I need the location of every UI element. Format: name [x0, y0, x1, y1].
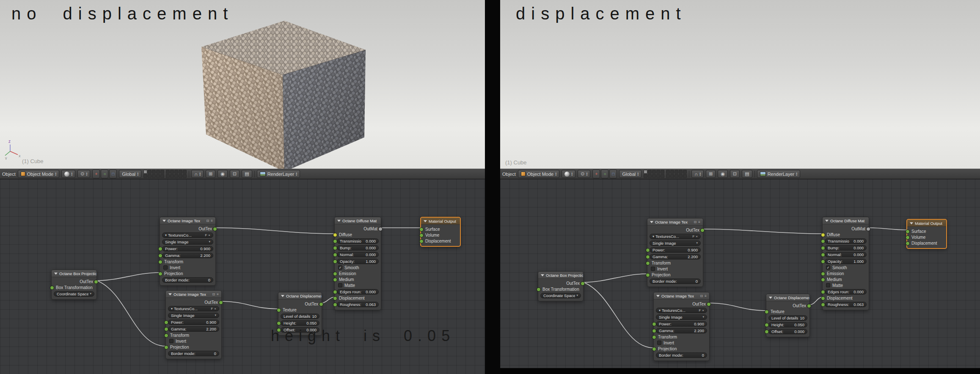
- emission-input-socket[interactable]: [821, 272, 825, 276]
- opacity-field[interactable]: Opacity: 1.000: [825, 259, 867, 264]
- layer-cell[interactable]: [661, 174, 664, 178]
- normal-field[interactable]: Normal: 0.000: [337, 252, 379, 257]
- gamma-field[interactable]: Gamma: 2.200: [656, 328, 707, 333]
- surface-input-socket[interactable]: [419, 227, 424, 232]
- node-editor[interactable]: Octane Box Projection OutTex Box Transfo…: [500, 179, 980, 368]
- projection-input-socket[interactable]: [652, 347, 656, 351]
- power-field[interactable]: Power: 0.900: [656, 321, 707, 327]
- browse-image-icon[interactable]: ▾: [165, 233, 167, 237]
- transmission-field[interactable]: Transmissio 0.000: [825, 238, 867, 244]
- transform-input-socket[interactable]: [164, 333, 168, 338]
- node-octane-image-tex-2[interactable]: Octane Image Tex ⊡ ≡ OutTex ▾ TexturesCo…: [653, 292, 710, 361]
- collapse-triangle-icon[interactable]: [168, 293, 172, 295]
- node-header[interactable]: Octane Image Tex ⊡ ≡: [160, 217, 215, 224]
- fake-user-button[interactable]: F: [205, 233, 207, 237]
- diffuse-input-socket[interactable]: [333, 233, 337, 237]
- node-header[interactable]: Octane Image Tex ⊡ ≡: [166, 291, 221, 298]
- browse-image-icon[interactable]: ▾: [659, 308, 661, 312]
- layer-cell[interactable]: [674, 174, 678, 178]
- displacement-input-socket[interactable]: [333, 296, 337, 300]
- power-field[interactable]: Power: 0.900: [168, 319, 219, 325]
- layer-cell[interactable]: [652, 174, 656, 178]
- coordinate-space-menu[interactable]: Coordinate Space0 ▾: [54, 291, 94, 297]
- image-source-menu[interactable]: Single Image ▾: [656, 314, 707, 320]
- border-mode-field[interactable]: Border mode: 0: [162, 277, 213, 283]
- diffuse-input-socket[interactable]: [821, 233, 825, 237]
- layer-cell[interactable]: [679, 170, 683, 174]
- opacity-input-socket[interactable]: [333, 259, 337, 264]
- proportional-edit-button[interactable]: ◉: [718, 170, 728, 178]
- node-header[interactable]: Octane Diffuse Mat: [335, 217, 381, 224]
- node-header[interactable]: Octane Box Projection: [52, 270, 96, 277]
- menu-object[interactable]: Object: [2, 172, 16, 177]
- viewport-3d[interactable]: no displacement: [0, 0, 485, 169]
- collapse-triangle-icon[interactable]: [54, 273, 58, 275]
- node-octane-image-tex-1[interactable]: Octane Image Tex ⊡ ≡ OutTex ▾ TexturesCo…: [160, 217, 216, 286]
- height-input-socket[interactable]: [277, 321, 281, 325]
- collapse-triangle-icon[interactable]: [825, 220, 829, 222]
- layers-block-2[interactable]: [166, 170, 187, 178]
- roughness-input-socket[interactable]: [333, 303, 337, 307]
- output-socket[interactable]: [219, 300, 223, 305]
- node-octane-diffuse-mat[interactable]: Octane Diffuse Mat OutMat Diffuse Transm…: [822, 217, 869, 310]
- layer-cell[interactable]: [166, 174, 170, 178]
- layer-cell[interactable]: [156, 174, 160, 178]
- layer-cell[interactable]: [656, 174, 660, 178]
- render-layer-selector[interactable]: RenderLayer ▴▾: [257, 170, 300, 178]
- bump-input-socket[interactable]: [333, 246, 337, 250]
- offset-input-socket[interactable]: [765, 330, 769, 334]
- invert-checkbox[interactable]: [651, 267, 655, 271]
- collapse-triangle-icon[interactable]: [650, 221, 653, 223]
- level-of-details-field[interactable]: Level of details: 10: [768, 315, 807, 321]
- transform-input-socket[interactable]: [646, 261, 650, 265]
- layer-cell[interactable]: [170, 170, 174, 174]
- transformation-input-socket[interactable]: [50, 286, 54, 290]
- layers-block-1[interactable]: [644, 170, 664, 178]
- smooth-checkbox[interactable]: [826, 265, 830, 270]
- projection-input-socket[interactable]: [646, 273, 650, 277]
- unlink-image-button[interactable]: ×: [214, 307, 216, 311]
- unlink-image-button[interactable]: ×: [696, 235, 698, 238]
- output-socket[interactable]: [319, 302, 323, 306]
- transmission-input-socket[interactable]: [821, 239, 825, 243]
- node-header[interactable]: Octane Image Tex ⊡ ≡: [654, 292, 709, 300]
- layer-cell[interactable]: [648, 174, 652, 178]
- node-header[interactable]: Octane Diffuse Mat: [823, 217, 869, 224]
- matte-checkbox[interactable]: [826, 283, 830, 287]
- node-header[interactable]: Material Output: [907, 220, 946, 227]
- level-of-details-field[interactable]: Level of details: 10: [281, 314, 319, 319]
- output-socket[interactable]: [581, 281, 585, 286]
- smooth-checkbox[interactable]: [338, 265, 342, 270]
- rotate-manipulator-button[interactable]: ○: [601, 169, 608, 178]
- collapse-triangle-icon[interactable]: [162, 220, 166, 222]
- layer-cell[interactable]: [179, 170, 182, 174]
- transform-input-socket[interactable]: [652, 335, 656, 339]
- layer-cell[interactable]: [648, 170, 652, 174]
- unlink-image-button[interactable]: ×: [702, 308, 704, 312]
- render-image-button[interactable]: ⊡: [230, 170, 239, 178]
- fake-user-button[interactable]: F: [211, 307, 213, 311]
- offset-field[interactable]: Offset: 0.000: [768, 329, 807, 334]
- gamma-field[interactable]: Gamma: 2.200: [168, 326, 219, 332]
- image-source-menu[interactable]: Single Image ▾: [162, 239, 213, 245]
- node-octane-image-tex-1[interactable]: Octane Image Tex ⊡ ≡ OutTex ▾ TexturesCo…: [647, 218, 703, 287]
- layer-cell[interactable]: [179, 174, 182, 178]
- image-source-menu[interactable]: Single Image ▾: [650, 240, 701, 246]
- node-editor[interactable]: Octane Box Projection OutTex Box Transfo…: [0, 179, 485, 374]
- browse-image-icon[interactable]: ▾: [171, 307, 173, 311]
- image-datablock-widget[interactable]: ▾ TexturesCo... F ×: [656, 308, 707, 313]
- layer-cell[interactable]: [156, 170, 160, 174]
- scale-manipulator-button[interactable]: □: [609, 169, 617, 178]
- output-socket[interactable]: [700, 228, 705, 232]
- projection-input-socket[interactable]: [158, 272, 162, 276]
- image-datablock-widget[interactable]: ▾ TexturesCo... F ×: [650, 234, 701, 239]
- pivot-point-button[interactable]: ⊙ ▴▾: [578, 170, 590, 178]
- output-socket[interactable]: [378, 227, 383, 231]
- layer-cell[interactable]: [679, 174, 683, 178]
- snap-button[interactable]: ∩ ▴▾: [191, 170, 204, 178]
- power-input-socket[interactable]: [158, 247, 162, 251]
- displacement-input-socket[interactable]: [419, 239, 424, 243]
- pivot-point-button[interactable]: ⊙ ▴▾: [77, 170, 90, 178]
- layer-cell[interactable]: [174, 174, 178, 178]
- layer-cell[interactable]: [183, 170, 187, 174]
